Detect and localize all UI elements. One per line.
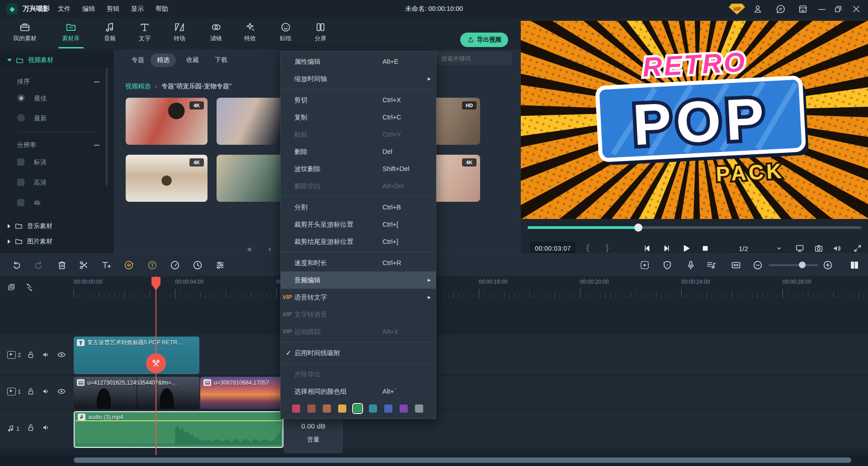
vip-badge[interactable]: VIP bbox=[729, 4, 745, 14]
color-swatch[interactable] bbox=[415, 404, 423, 413]
video-thumbnail[interactable]: 4K bbox=[126, 155, 208, 202]
close-button[interactable] bbox=[851, 4, 862, 14]
add-media-to-timeline-icon[interactable] bbox=[7, 283, 16, 292]
audio-mixer-icon[interactable] bbox=[706, 260, 717, 271]
menu-item-select-same-color-group[interactable]: 选择相同的颜色组Alt+` bbox=[281, 383, 436, 400]
playhead-cut-button[interactable] bbox=[146, 353, 166, 373]
mirror-display-icon[interactable] bbox=[795, 243, 805, 253]
color-swatch[interactable] bbox=[323, 404, 331, 413]
collapse-sort-icon[interactable] bbox=[94, 81, 99, 82]
preview-player[interactable]: RETRO POP PACK bbox=[521, 21, 868, 219]
menu-view[interactable]: 显示 bbox=[131, 5, 144, 13]
menu-item-split[interactable]: 分割Ctrl+B bbox=[281, 199, 436, 216]
mark-in-button[interactable]: { bbox=[586, 243, 589, 252]
undo-icon[interactable] bbox=[11, 260, 22, 271]
adjust-icon[interactable] bbox=[215, 260, 226, 271]
fullscreen-icon[interactable] bbox=[853, 243, 863, 253]
tab-split-screen[interactable]: 分屏 bbox=[303, 19, 338, 48]
tab-effects[interactable]: 特效 bbox=[233, 19, 267, 48]
audio-volume-line[interactable] bbox=[75, 420, 282, 421]
hide-track-icon[interactable] bbox=[57, 350, 66, 359]
menu-item-trim-start[interactable]: 裁剪开头至游标位置Ctrl+[ bbox=[281, 216, 436, 233]
seek-handle[interactable] bbox=[634, 223, 642, 232]
mark-out-button[interactable]: } bbox=[606, 243, 609, 252]
color-swatch[interactable] bbox=[400, 404, 408, 413]
sort-option-newest[interactable]: 最新 bbox=[17, 114, 47, 124]
zoom-out-icon[interactable] bbox=[752, 260, 763, 271]
play-button[interactable] bbox=[681, 243, 691, 253]
tab-library[interactable]: 素材库 bbox=[54, 19, 88, 48]
account-icon[interactable] bbox=[752, 4, 763, 14]
resolution-option-hd[interactable]: 高清 bbox=[17, 179, 46, 188]
store-icon[interactable] bbox=[797, 4, 808, 14]
mute-track-icon[interactable] bbox=[42, 387, 51, 396]
library-tab-featured[interactable]: 精选 bbox=[151, 53, 176, 67]
audio-denoise-icon[interactable] bbox=[123, 260, 134, 271]
mute-track-icon[interactable] bbox=[42, 423, 51, 432]
menu-item-trim-end[interactable]: 裁剪结尾至游标位置Ctrl+] bbox=[281, 233, 436, 250]
breadcrumb-root[interactable]: 视频精选 bbox=[125, 82, 151, 90]
shield-icon[interactable] bbox=[662, 260, 673, 271]
menu-item-cut[interactable]: 剪切Ctrl+X bbox=[281, 91, 436, 109]
color-swatch[interactable] bbox=[338, 404, 346, 413]
sidebar-item-video-assets[interactable]: 视频素材 bbox=[0, 53, 114, 67]
pagination-prev[interactable]: ‹ bbox=[269, 244, 271, 254]
audio-clip[interactable]: audio (3).mp4 bbox=[74, 411, 283, 448]
duration-icon[interactable] bbox=[192, 260, 203, 271]
search-input[interactable] bbox=[435, 52, 512, 65]
menu-file[interactable]: 文件 bbox=[58, 5, 71, 13]
video-clip-1[interactable]: u=4127301625,1245354407&fm=… bbox=[74, 377, 199, 409]
hide-track-icon[interactable] bbox=[57, 387, 66, 396]
menu-item-ripple-delete[interactable]: 波纹删除Shift+Del bbox=[281, 160, 436, 177]
menu-item-speed-duration[interactable]: 速度和时长Ctrl+R bbox=[281, 254, 436, 271]
color-swatch[interactable] bbox=[384, 404, 392, 413]
menu-item-timeline-snap[interactable]: ✓启用时间线吸附 bbox=[281, 344, 436, 361]
preview-seek-bar[interactable] bbox=[528, 226, 861, 229]
timeline-zoom-slider[interactable] bbox=[769, 264, 818, 266]
mute-track-icon[interactable] bbox=[42, 350, 51, 359]
feedback-icon[interactable] bbox=[775, 4, 786, 14]
timeline-zoom-handle[interactable] bbox=[799, 262, 806, 268]
tab-transitions[interactable]: 转场 bbox=[162, 19, 197, 48]
tab-text[interactable]: 文字 bbox=[127, 19, 162, 48]
video-thumbnail[interactable]: 4K bbox=[126, 98, 208, 145]
library-tab-downloads[interactable]: 下载 bbox=[208, 53, 234, 67]
menu-edit[interactable]: 编辑 bbox=[82, 5, 95, 13]
render-preview-icon[interactable] bbox=[639, 260, 650, 271]
link-clips-icon[interactable] bbox=[25, 283, 34, 292]
split-scissors-icon[interactable] bbox=[78, 260, 89, 271]
title-clip[interactable]: T 复古波普艺术特效标题5 POP RETR… bbox=[74, 337, 199, 374]
timeline-scrollbar[interactable] bbox=[74, 457, 851, 463]
lock-track-icon[interactable] bbox=[26, 387, 35, 396]
library-tab-favorites[interactable]: 收藏 bbox=[180, 53, 205, 67]
tab-stickers[interactable]: 贴纸 bbox=[269, 19, 303, 48]
sidebar-item-image-assets[interactable]: 图片素材 bbox=[0, 237, 52, 246]
record-voiceover-icon[interactable] bbox=[685, 260, 696, 271]
fit-timeline-icon[interactable] bbox=[731, 260, 741, 271]
export-video-button[interactable]: 导出视频 bbox=[460, 33, 508, 47]
previous-frame-button[interactable] bbox=[642, 243, 652, 253]
color-swatch[interactable] bbox=[369, 404, 377, 413]
delete-icon[interactable] bbox=[57, 260, 67, 271]
menu-item-copy[interactable]: 复制Ctrl+C bbox=[281, 109, 436, 126]
snapshot-icon[interactable] bbox=[814, 243, 824, 253]
text-to-speech-icon[interactable] bbox=[147, 260, 158, 271]
zoom-in-icon[interactable] bbox=[822, 260, 833, 271]
color-swatch[interactable] bbox=[354, 404, 362, 413]
menu-item-delete[interactable]: 删除Del bbox=[281, 143, 436, 160]
restore-button[interactable] bbox=[833, 4, 844, 14]
menu-item-speech-to-text[interactable]: VIP语音转文字▶ bbox=[281, 289, 436, 306]
sidebar-scrollbar[interactable] bbox=[106, 68, 108, 185]
minimize-button[interactable] bbox=[816, 4, 827, 14]
sidebar-item-music-assets[interactable]: 音乐素材 bbox=[0, 222, 52, 230]
stop-button[interactable] bbox=[700, 243, 710, 253]
panel-layout-icon[interactable] bbox=[849, 260, 860, 271]
sort-option-best[interactable]: 最佳 bbox=[17, 94, 47, 104]
redo-icon[interactable] bbox=[33, 260, 44, 271]
collapse-resolution-icon[interactable] bbox=[94, 145, 99, 146]
color-swatch[interactable] bbox=[292, 404, 300, 413]
add-text-icon[interactable] bbox=[101, 260, 112, 271]
mute-icon[interactable] bbox=[832, 243, 842, 253]
menu-help[interactable]: 帮助 bbox=[156, 5, 168, 13]
color-swatch[interactable] bbox=[307, 404, 316, 413]
